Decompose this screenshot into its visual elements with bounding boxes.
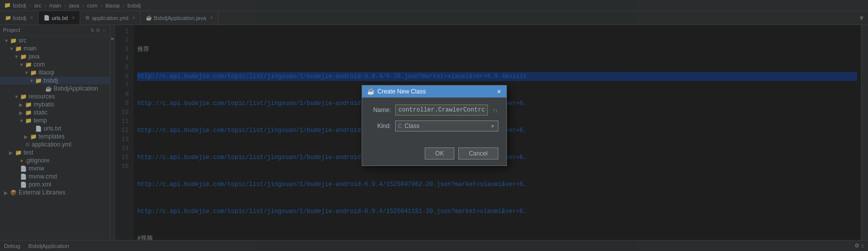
create-class-dialog: ☕ Create New Class × Name: ↑↓ Kind: C Cl… — [362, 85, 507, 166]
modal-overlay[interactable]: ☕ Create New Class × Name: ↑↓ Kind: C Cl… — [0, 0, 868, 251]
dialog-close-button[interactable]: × — [497, 88, 501, 95]
kind-select-wrapper: C Class Interface Enum Annotation ▼ — [395, 120, 498, 132]
dialog-title: Create New Class — [378, 88, 426, 95]
kind-label: Kind: — [370, 122, 391, 130]
dialog-title-icon: ☕ — [367, 88, 375, 95]
kind-field-row: Kind: C Class Interface Enum Annotation … — [370, 120, 498, 132]
input-cursor-indicator: ↑↓ — [493, 107, 498, 113]
dialog-title-bar: ☕ Create New Class × — [362, 86, 506, 98]
cancel-button[interactable]: Cancel — [458, 148, 498, 160]
class-name-input[interactable] — [395, 104, 488, 116]
ok-button[interactable]: OK — [425, 148, 454, 160]
name-field-row: Name: ↑↓ — [370, 104, 498, 116]
kind-select[interactable]: Class Interface Enum Annotation — [395, 120, 498, 132]
dialog-body: Name: ↑↓ Kind: C Class Interface Enum An… — [362, 98, 506, 144]
dialog-buttons: OK Cancel — [362, 144, 506, 166]
name-label: Name: — [370, 106, 391, 114]
